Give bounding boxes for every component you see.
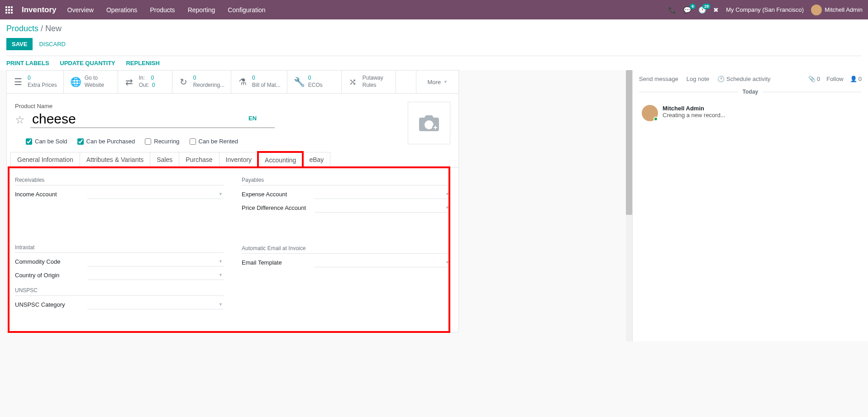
tab-attributes-variants[interactable]: Attributes & Variants <box>80 152 151 167</box>
breadcrumb-root[interactable]: Products <box>6 24 38 33</box>
group-intrastat: Intrastat <box>15 244 224 253</box>
wrench-icon: 🔧 <box>294 76 304 87</box>
globe-icon: 🌐 <box>70 76 80 87</box>
user-avatar-icon <box>811 5 822 15</box>
main-menu: Overview Operations Products Reporting C… <box>67 6 266 14</box>
tab-accounting[interactable]: Accounting <box>258 152 303 167</box>
group-unspsc: UNSPSC <box>15 287 224 296</box>
product-name-input[interactable] <box>30 111 275 128</box>
print-labels-button[interactable]: PRINT LABELS <box>6 60 49 66</box>
stat-website[interactable]: 🌐 Go toWebsite <box>64 71 118 93</box>
stat-putaway[interactable]: ⤭ PutawayRules <box>342 71 396 93</box>
input-expense-account[interactable]: ▼ <box>314 190 450 199</box>
menu-operations[interactable]: Operations <box>106 6 137 14</box>
product-image-upload[interactable] <box>408 102 450 144</box>
message-author: Mitchell Admin <box>663 105 725 112</box>
caret-down-icon: ▼ <box>445 205 449 210</box>
check-can-be-purchased[interactable]: Can be Purchased <box>77 138 135 145</box>
tab-purchase[interactable]: Purchase <box>179 152 219 167</box>
replenish-button[interactable]: REPLENISH <box>126 60 159 66</box>
chatter-message: Mitchell Admin Creating a new record... <box>639 101 862 125</box>
menu-overview[interactable]: Overview <box>67 6 94 14</box>
attachments-button[interactable]: 📎0 <box>808 76 820 82</box>
product-name-label: Product Name <box>15 103 450 109</box>
input-unspsc-category[interactable]: ▼ <box>87 300 224 309</box>
breadcrumb: Products / New <box>6 24 862 33</box>
discard-button[interactable]: DISCARD <box>39 41 66 47</box>
flask-icon: ⚗ <box>238 76 248 87</box>
activity-icon[interactable]: 🕐28 <box>698 6 706 14</box>
input-price-diff-account[interactable]: ▼ <box>314 204 450 213</box>
message-avatar-icon <box>642 105 658 121</box>
debug-icon[interactable]: ✖ <box>713 6 719 14</box>
label-unspsc-category: UNSPSC Category <box>15 300 87 308</box>
schedule-activity-button[interactable]: 🕐 Schedule activity <box>717 76 770 82</box>
accounting-page: Receivables Income Account ▼ Intrastat C… <box>7 167 458 332</box>
stat-ecos[interactable]: 🔧 0ECOs <box>287 71 342 93</box>
stat-buttons: ☰ 0Extra Prices 🌐 Go toWebsite ⇄ In: 0 O… <box>7 71 458 94</box>
phone-icon[interactable]: 📞 <box>668 6 676 14</box>
check-can-be-sold[interactable]: Can be Sold <box>26 138 67 145</box>
form-view: ☰ 0Extra Prices 🌐 Go toWebsite ⇄ In: 0 O… <box>0 70 633 341</box>
form-sheet: ☰ 0Extra Prices 🌐 Go toWebsite ⇄ In: 0 O… <box>6 70 459 332</box>
send-message-button[interactable]: Send message <box>639 76 678 82</box>
user-name: Mitchell Admin <box>825 6 863 13</box>
input-email-template[interactable]: ▼ <box>314 258 450 267</box>
exchange-icon: ⇄ <box>124 76 134 87</box>
list-icon: ☰ <box>13 76 23 87</box>
group-receivables: Receivables <box>15 177 224 185</box>
label-price-diff-account: Price Difference Account <box>242 204 314 211</box>
breadcrumb-current: New <box>45 24 62 33</box>
stat-extra-prices[interactable]: ☰ 0Extra Prices <box>7 71 64 93</box>
presence-dot-icon <box>653 117 658 121</box>
label-commodity-code: Commodity Code <box>15 257 87 265</box>
user-menu[interactable]: Mitchell Admin <box>811 5 863 15</box>
check-can-be-rented[interactable]: Can be Rented <box>190 138 238 145</box>
menu-products[interactable]: Products <box>150 6 175 14</box>
followers-button[interactable]: 👤0 <box>850 76 862 82</box>
lang-button[interactable]: EN <box>248 115 257 122</box>
tab-inventory[interactable]: Inventory <box>219 152 259 167</box>
control-panel: Products / New SAVE DISCARD PRINT LABELS… <box>0 19 868 70</box>
camera-icon <box>418 114 440 132</box>
stat-reordering[interactable]: ↻ 0Reordering... <box>172 71 231 93</box>
scrollbar[interactable] <box>626 70 632 341</box>
notebook-tabs: General Information Attributes & Variant… <box>7 152 458 167</box>
company-selector[interactable]: My Company (San Francisco) <box>726 6 804 13</box>
update-quantity-button[interactable]: UPDATE QUANTITY <box>60 60 115 66</box>
stat-bom[interactable]: ⚗ 0Bill of Mat... <box>231 71 287 93</box>
log-note-button[interactable]: Log note <box>687 76 710 82</box>
tab-general-information[interactable]: General Information <box>10 152 80 167</box>
tab-sales[interactable]: Sales <box>150 152 179 167</box>
caret-down-icon: ▼ <box>219 302 223 307</box>
label-expense-account: Expense Account <box>242 190 314 198</box>
top-nav: Inventory Overview Operations Products R… <box>0 0 868 19</box>
caret-down-icon: ▼ <box>219 192 223 196</box>
menu-reporting[interactable]: Reporting <box>188 6 215 14</box>
message-body: Creating a new record... <box>663 112 725 118</box>
chatter: Send message Log note 🕐 Schedule activit… <box>633 70 868 341</box>
discuss-icon[interactable]: 💬6 <box>683 6 691 14</box>
input-country-origin[interactable]: ▼ <box>87 271 224 280</box>
follow-button[interactable]: Follow <box>826 76 844 82</box>
input-income-account[interactable]: ▼ <box>87 190 224 199</box>
check-recurring[interactable]: Recurring <box>145 138 179 145</box>
tab-ebay[interactable]: eBay <box>302 152 330 167</box>
apps-icon[interactable] <box>5 6 15 14</box>
refresh-icon: ↻ <box>179 76 189 87</box>
app-brand[interactable]: Inventory <box>22 5 57 14</box>
stat-more[interactable]: More▼ <box>416 71 458 93</box>
save-button[interactable]: SAVE <box>6 38 33 50</box>
label-email-template: Email Template <box>242 258 314 266</box>
favorite-star-icon[interactable]: ☆ <box>15 114 25 126</box>
label-income-account: Income Account <box>15 190 87 198</box>
clock-icon: 🕐 <box>717 76 726 82</box>
menu-configuration[interactable]: Configuration <box>228 6 265 14</box>
caret-down-icon: ▼ <box>219 273 223 277</box>
random-icon: ⤭ <box>348 76 358 87</box>
paperclip-icon: 📎 <box>808 76 816 82</box>
caret-down-icon: ▼ <box>444 80 448 84</box>
input-commodity-code[interactable]: ▼ <box>87 257 224 266</box>
caret-down-icon: ▼ <box>219 259 223 264</box>
stat-in-out[interactable]: ⇄ In: 0 Out: 0 <box>118 71 172 93</box>
